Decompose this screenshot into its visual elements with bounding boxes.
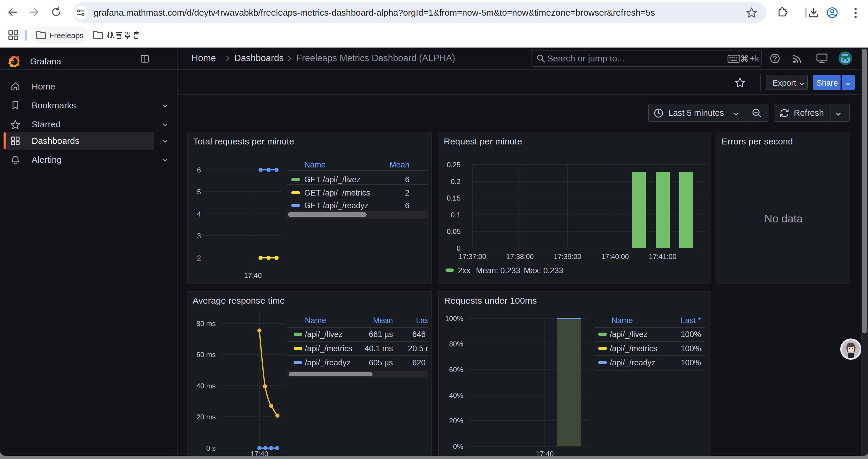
svg-text:0.2: 0.2 <box>451 177 461 186</box>
svg-text:17:38:00: 17:38:00 <box>506 253 533 261</box>
svg-text:20%: 20% <box>449 417 463 425</box>
svg-text:40%: 40% <box>449 391 463 399</box>
svg-text:0%: 0% <box>453 442 463 451</box>
svg-text:0 s: 0 s <box>206 444 216 452</box>
svg-text:80 ms: 80 ms <box>196 320 216 328</box>
svg-text:20 ms: 20 ms <box>196 413 216 421</box>
svg-text:3: 3 <box>197 232 201 240</box>
svg-text:6: 6 <box>197 166 201 174</box>
svg-text:17:40:00: 17:40:00 <box>601 253 629 261</box>
svg-text:40 ms: 40 ms <box>196 382 216 390</box>
svg-text:17:39:00: 17:39:00 <box>554 253 581 261</box>
svg-text:0: 0 <box>457 244 461 252</box>
svg-text:80%: 80% <box>449 340 463 348</box>
svg-text:17:40: 17:40 <box>536 450 554 456</box>
svg-text:4: 4 <box>197 210 201 218</box>
svg-text:17:40: 17:40 <box>251 450 268 456</box>
svg-text:17:41:00: 17:41:00 <box>649 253 676 261</box>
svg-text:0.15: 0.15 <box>447 194 461 202</box>
svg-text:100%: 100% <box>445 315 463 323</box>
svg-text:17:40: 17:40 <box>244 271 262 280</box>
svg-text:5: 5 <box>197 188 201 196</box>
svg-text:2: 2 <box>197 254 201 262</box>
svg-text:0.05: 0.05 <box>447 227 461 235</box>
svg-text:0.25: 0.25 <box>447 161 461 169</box>
svg-text:60 ms: 60 ms <box>196 351 216 359</box>
svg-text:0.1: 0.1 <box>451 211 461 219</box>
svg-text:60%: 60% <box>449 366 463 374</box>
svg-text:17:37:00: 17:37:00 <box>459 253 486 261</box>
